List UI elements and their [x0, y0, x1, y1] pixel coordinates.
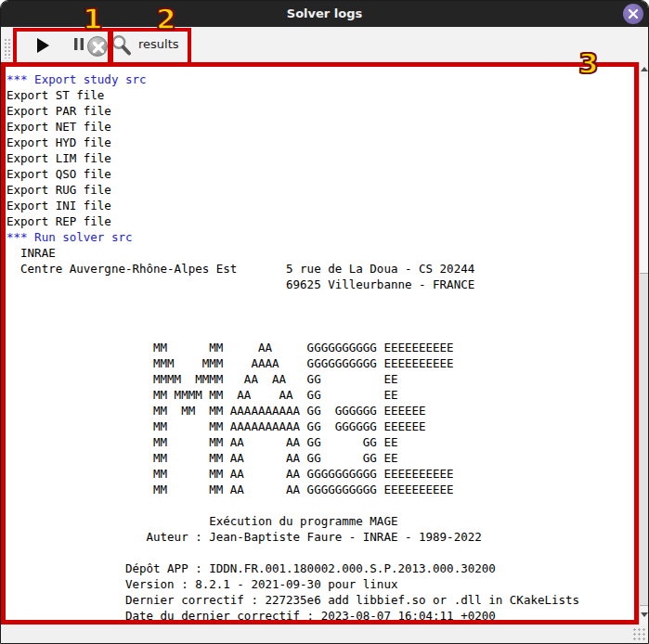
- log-line: Exécution du programme MAGE: [6, 513, 634, 529]
- scroll-up-button[interactable]: [640, 62, 649, 77]
- log-line: Auteur : Jean-Baptiste Faure - INRAE - 1…: [6, 529, 634, 545]
- search-icon: [110, 33, 134, 60]
- log-text: *** Export study srcExport ST fileExport…: [6, 67, 634, 620]
- scroll-down-button[interactable]: [640, 606, 649, 625]
- log-line: 69625 Villeurbanne - FRANCE: [6, 277, 634, 292]
- window-title: Solver logs: [1, 1, 648, 26]
- log-line: Export RUG file: [6, 182, 634, 198]
- log-line: Export QSO file: [6, 166, 634, 182]
- log-line: MM MM AA AA GG GG EE: [6, 434, 634, 450]
- titlebar[interactable]: Solver logs: [1, 1, 648, 27]
- log-line: *** Export study src: [6, 71, 634, 87]
- log-line: MM MM AA AA GGGGGGGGGG EEEEEEEEEE: [6, 482, 634, 497]
- log-line: Export PAR file: [6, 103, 634, 119]
- scroll-up-icon: [641, 67, 648, 71]
- log-line: MM MM MM AAAAAAAAAA GG GGGGGG EEEEEE: [6, 403, 634, 419]
- pause-button[interactable]: [70, 37, 88, 54]
- log-line: Export INI file: [6, 198, 634, 213]
- play-icon: [31, 38, 55, 53]
- log-line: [6, 545, 634, 560]
- log-line: MM MM AA AA GG GG EE: [6, 450, 634, 466]
- close-button[interactable]: [623, 4, 643, 24]
- log-line: [6, 497, 634, 513]
- log-line: *** Run solver src: [6, 229, 634, 245]
- log-line: Export HYD file: [6, 135, 634, 150]
- log-area[interactable]: *** Export study srcExport ST fileExport…: [6, 67, 634, 620]
- log-line: [6, 308, 634, 324]
- log-line: MMMM MMMM AA AA GG EE: [6, 371, 634, 387]
- log-line: Export ST file: [6, 87, 634, 103]
- solver-logs-window: Solver logs: [0, 0, 649, 644]
- pause-icon: [74, 39, 84, 53]
- log-line: [6, 292, 634, 308]
- log-line: [6, 324, 634, 340]
- log-line: INRAE: [6, 245, 634, 261]
- log-line: MM MM AA GGGGGGGGGG EEEEEEEEEE: [6, 340, 634, 355]
- play-button[interactable]: [31, 36, 55, 55]
- status-bar: [1, 625, 648, 643]
- log-line: Dépôt APP : IDDN.FR.001.180002.000.S.P.2…: [6, 560, 634, 576]
- log-line: Export REP file: [6, 213, 634, 229]
- toolbar: results: [1, 27, 648, 62]
- scrollbar[interactable]: [639, 62, 649, 625]
- scroll-down-icon: [641, 612, 648, 617]
- log-line: MM MM AAAAAAAAAA GG GGGGGG EEEEEE: [6, 419, 634, 434]
- resize-grip[interactable]: [633, 628, 646, 641]
- log-line: Export LIM file: [6, 150, 634, 166]
- log-line: Export NET file: [6, 119, 634, 135]
- log-line: MM MM AA AA GGGGGGGGGG EEEEEEEEEE: [6, 466, 634, 482]
- log-line: Version : 8.2.1 - 2021-09-30 pour linux: [6, 576, 634, 592]
- scrollbar-thumb[interactable]: [640, 273, 649, 606]
- log-line: Date du dernier correctif : 2023-08-07 1…: [6, 608, 634, 620]
- results-button-label: results: [138, 37, 179, 51]
- stop-button[interactable]: [87, 36, 108, 57]
- results-button[interactable]: results: [107, 32, 190, 58]
- log-line: Dernier correctif : 227235e6 add libbief…: [6, 592, 634, 608]
- toolbar-drag-handle[interactable]: [4, 38, 11, 58]
- log-line: MMM MMM AAAA GGGGGGGGGG EEEEEEEEEE: [6, 355, 634, 371]
- log-line: MM MMMM MM AA AA GG EE: [6, 387, 634, 403]
- log-line: Centre Auvergne-Rhône-Alpes Est 5 rue de…: [6, 261, 634, 277]
